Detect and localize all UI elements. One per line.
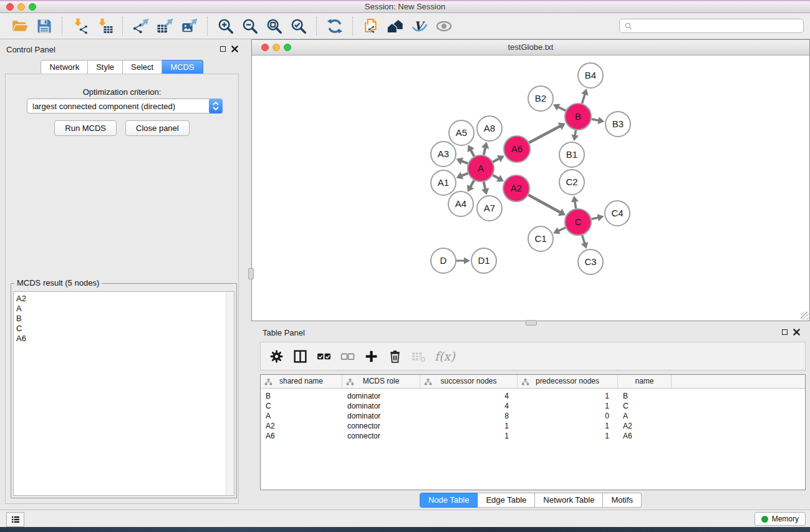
mcds-result-item[interactable]: A6 bbox=[16, 334, 234, 344]
panel-columns-icon[interactable] bbox=[291, 347, 309, 365]
tab-select[interactable]: Select bbox=[123, 60, 162, 75]
cell-name[interactable]: B bbox=[618, 391, 672, 401]
clone-network-icon[interactable] bbox=[361, 16, 380, 36]
add-column-icon[interactable] bbox=[362, 347, 380, 365]
float-table-panel-icon[interactable] bbox=[782, 329, 788, 335]
cell-name[interactable]: A2 bbox=[618, 421, 672, 431]
network-graph[interactable]: B4B2BB3A8A5A6A3B1AA1C2A2A4A7C4CC1DD1C3 bbox=[252, 56, 809, 321]
close-panel-icon[interactable] bbox=[231, 46, 238, 52]
cell-MCDS-role[interactable]: dominator bbox=[342, 391, 420, 401]
cell-predecessor-nodes[interactable]: 1 bbox=[518, 401, 618, 411]
table-row[interactable]: Bdominator41B bbox=[261, 391, 805, 401]
mcds-result-item[interactable]: A2 bbox=[16, 294, 234, 304]
cell-shared-name[interactable]: A2 bbox=[261, 421, 342, 431]
cell-name[interactable]: C bbox=[618, 401, 672, 411]
cell-name[interactable]: A bbox=[618, 411, 672, 421]
edge-A-A7[interactable] bbox=[484, 181, 486, 189]
edge-A-A1[interactable] bbox=[461, 173, 468, 176]
select-all-icon[interactable] bbox=[314, 347, 333, 365]
mcds-result-item[interactable]: A bbox=[16, 304, 234, 314]
tab-motifs[interactable]: Motifs bbox=[603, 493, 642, 508]
zoom-fit-icon[interactable] bbox=[264, 16, 284, 36]
cell-name[interactable]: A6 bbox=[618, 431, 672, 441]
zoom-selected-icon[interactable] bbox=[289, 16, 308, 36]
column-header-successor-nodes[interactable]: successor nodes bbox=[420, 375, 518, 388]
mcds-result-item[interactable]: C bbox=[16, 324, 234, 334]
export-image-icon[interactable] bbox=[180, 16, 199, 36]
cell-predecessor-nodes[interactable]: 0 bbox=[518, 411, 618, 421]
memory-button[interactable]: Memory bbox=[755, 512, 806, 526]
close-panel-button[interactable]: Close panel bbox=[125, 120, 190, 136]
cell-shared-name[interactable]: A bbox=[261, 411, 342, 421]
network-close-icon[interactable] bbox=[261, 44, 269, 51]
cell-successor-nodes[interactable]: 8 bbox=[420, 411, 518, 421]
cell-shared-name[interactable]: C bbox=[261, 401, 342, 411]
edge-C-C1[interactable] bbox=[558, 228, 566, 231]
edge-A-A2[interactable] bbox=[493, 175, 499, 179]
edge-A-A6[interactable] bbox=[493, 158, 499, 162]
network-canvas[interactable]: B4B2BB3A8A5A6A3B1AA1C2A2A4A7C4CC1DD1C3 bbox=[252, 56, 809, 321]
cell-MCDS-role[interactable]: dominator bbox=[342, 401, 420, 411]
tab-edge-table[interactable]: Edge Table bbox=[478, 493, 535, 508]
close-table-panel-icon[interactable] bbox=[793, 329, 800, 336]
result-scrollbar[interactable] bbox=[226, 292, 234, 495]
column-header-predecessor-nodes[interactable]: predecessor nodes bbox=[518, 375, 618, 388]
resize-grip-icon[interactable] bbox=[801, 312, 809, 320]
edge-A-A3[interactable] bbox=[461, 161, 468, 163]
import-network-icon[interactable] bbox=[70, 16, 90, 36]
function-builder-icon[interactable]: f(x) bbox=[433, 349, 457, 363]
deselect-all-icon[interactable] bbox=[338, 347, 357, 365]
cell-MCDS-role[interactable]: connector bbox=[342, 431, 420, 441]
edge-C-C3[interactable] bbox=[582, 235, 585, 243]
import-table-icon[interactable] bbox=[95, 16, 114, 36]
table-row[interactable]: A6connector11A6 bbox=[261, 431, 805, 441]
cell-shared-name[interactable]: B bbox=[261, 391, 342, 401]
export-table-icon[interactable] bbox=[155, 16, 175, 36]
mcds-result-item[interactable]: B bbox=[16, 314, 234, 324]
edge-A6-B[interactable] bbox=[529, 126, 560, 143]
edge-A-A8[interactable] bbox=[484, 147, 486, 155]
search-input[interactable] bbox=[636, 21, 799, 31]
cell-successor-nodes[interactable]: 1 bbox=[420, 421, 518, 431]
zoom-out-icon[interactable] bbox=[240, 16, 259, 36]
table-row[interactable]: Cdominator41C bbox=[261, 401, 805, 411]
tab-network-table[interactable]: Network Table bbox=[535, 493, 603, 508]
cell-predecessor-nodes[interactable]: 1 bbox=[518, 391, 618, 401]
edge-A2-C[interactable] bbox=[528, 195, 561, 213]
column-header-name[interactable]: name bbox=[618, 375, 672, 388]
edge-A-A4[interactable] bbox=[470, 180, 474, 187]
gear-icon[interactable] bbox=[267, 347, 286, 365]
export-network-icon[interactable] bbox=[131, 16, 150, 36]
open-icon[interactable] bbox=[10, 16, 29, 36]
cell-successor-nodes[interactable]: 1 bbox=[420, 431, 518, 441]
cell-successor-nodes[interactable]: 4 bbox=[420, 401, 518, 411]
tab-mcds[interactable]: MCDS bbox=[162, 60, 203, 75]
search-box[interactable] bbox=[619, 19, 804, 33]
column-header-shared-name[interactable]: shared name bbox=[261, 375, 342, 388]
edge-C-C2[interactable] bbox=[575, 201, 576, 209]
save-icon[interactable] bbox=[34, 16, 54, 36]
run-mcds-button[interactable]: Run MCDS bbox=[54, 120, 117, 136]
eye-icon[interactable] bbox=[434, 16, 453, 36]
refresh-icon[interactable] bbox=[325, 16, 344, 36]
task-history-button[interactable] bbox=[6, 512, 24, 527]
edge-B-B2[interactable] bbox=[558, 107, 566, 110]
edge-C-C4[interactable] bbox=[591, 218, 598, 220]
table-row[interactable]: Adominator80A bbox=[261, 411, 805, 421]
cell-predecessor-nodes[interactable]: 1 bbox=[518, 431, 618, 441]
home-icon[interactable] bbox=[385, 16, 405, 36]
table-row[interactable]: A2connector11A2 bbox=[261, 421, 805, 431]
vertical-splitter-handle[interactable] bbox=[248, 268, 254, 279]
delete-column-icon[interactable] bbox=[385, 347, 404, 365]
network-minimize-icon[interactable] bbox=[272, 44, 280, 51]
tab-style[interactable]: Style bbox=[88, 60, 123, 75]
network-maximize-icon[interactable] bbox=[284, 44, 291, 51]
vizmapper-icon[interactable]: V bbox=[410, 16, 429, 36]
tab-node-table[interactable]: Node Table bbox=[420, 493, 478, 508]
cell-predecessor-nodes[interactable]: 1 bbox=[518, 421, 618, 431]
cell-MCDS-role[interactable]: connector bbox=[342, 421, 420, 431]
cell-successor-nodes[interactable]: 4 bbox=[420, 391, 518, 401]
edge-B-B4[interactable] bbox=[582, 94, 585, 104]
criterion-dropdown[interactable]: largest connected component (directed) bbox=[27, 99, 223, 114]
cell-shared-name[interactable]: A6 bbox=[261, 431, 342, 441]
